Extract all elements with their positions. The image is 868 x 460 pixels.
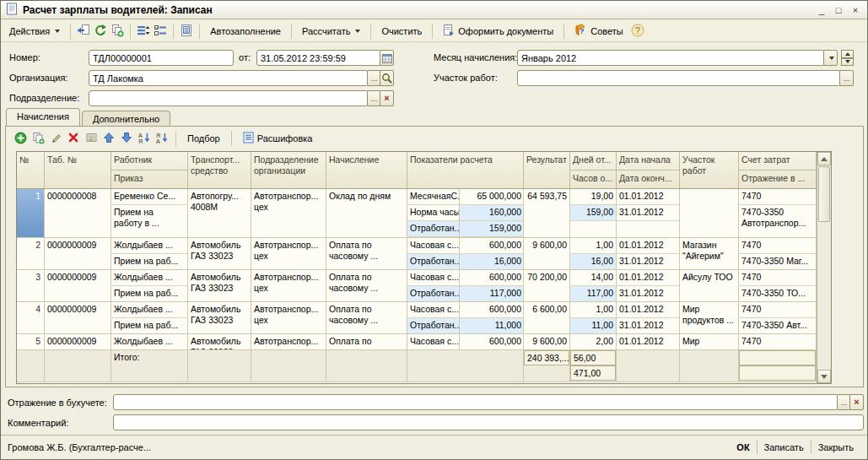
cell-worksite[interactable] bbox=[680, 189, 739, 237]
number-input[interactable] bbox=[89, 50, 234, 66]
col-header-num[interactable]: № bbox=[17, 152, 45, 188]
tips-button[interactable]: ? Советы bbox=[569, 21, 628, 41]
table-row[interactable]: 10000000008Еременко Се...Прием на работу… bbox=[17, 189, 831, 238]
add-row-button[interactable] bbox=[13, 131, 28, 146]
cell-days-hours[interactable]: 2,00 bbox=[570, 334, 617, 349]
department-input[interactable] bbox=[89, 90, 369, 106]
cell-worker[interactable]: Жолдыбаев ...Прием на раб... bbox=[111, 302, 188, 333]
cell-dates[interactable]: 01.01.2012 bbox=[617, 334, 680, 349]
cell-result[interactable]: 9 600,00 bbox=[524, 334, 570, 349]
col-header-accrual[interactable]: Начисление bbox=[326, 152, 407, 188]
calendar-button[interactable] bbox=[380, 50, 394, 66]
cell-dates[interactable]: 01.01.201231.01.2012 bbox=[617, 238, 680, 269]
refresh-button[interactable] bbox=[93, 24, 108, 39]
cell-dates[interactable]: 01.01.201231.01.2012 bbox=[617, 189, 680, 237]
cell-tab-number[interactable]: 0000000009 bbox=[45, 238, 111, 269]
month-dropdown-button[interactable] bbox=[823, 50, 838, 66]
detail-button[interactable]: Расшифовка bbox=[238, 129, 318, 148]
col-header-date-end[interactable]: Дата оконч... bbox=[617, 170, 679, 188]
col-header-hours[interactable]: Часов о... bbox=[570, 170, 616, 188]
cell-accrual[interactable]: Оплата по часовому ... bbox=[326, 238, 407, 269]
row-number-cell[interactable]: 4 bbox=[17, 302, 45, 333]
spin-up-button[interactable] bbox=[841, 50, 854, 58]
maximize-button[interactable]: □ bbox=[832, 3, 845, 16]
col-header-date-start[interactable]: Дата начала bbox=[617, 152, 679, 170]
col-header-reflection[interactable]: Отражение в ... bbox=[739, 170, 816, 188]
autofill-button[interactable]: Автозаполнение bbox=[205, 24, 286, 39]
row-number-cell[interactable]: 2 bbox=[17, 238, 45, 269]
cell-dates[interactable]: 01.01.201231.01.2012 bbox=[617, 270, 680, 301]
delete-row-button[interactable] bbox=[66, 131, 81, 146]
comment-input[interactable] bbox=[113, 414, 864, 430]
copy-new-button[interactable] bbox=[110, 24, 125, 39]
col-header-order[interactable]: Приказ bbox=[111, 170, 187, 188]
col-header-worker-order[interactable]: Работник Приказ bbox=[111, 152, 188, 188]
cell-vehicle[interactable]: Автомобиль ГАЗ 33023 bbox=[188, 302, 251, 333]
col-header-result[interactable]: Результат bbox=[524, 152, 570, 188]
col-header-dates[interactable]: Дата начала Дата оконч... bbox=[617, 152, 680, 188]
spin-down-button[interactable] bbox=[841, 58, 854, 67]
month-input[interactable] bbox=[517, 50, 825, 66]
cell-indicators[interactable]: МесячнаяС...65 000,000Норма часы160,000О… bbox=[407, 189, 524, 237]
reread-button[interactable] bbox=[76, 24, 91, 39]
make-documents-button[interactable]: Оформить документы bbox=[438, 21, 558, 41]
cell-worker[interactable]: Жолдыбаев ...Прием на раб... bbox=[111, 270, 188, 301]
cell-indicators[interactable]: Часовая с...600,000Отработан...16,000 bbox=[407, 238, 524, 269]
copy-row-button[interactable] bbox=[30, 131, 46, 146]
actions-button[interactable]: Действия bbox=[4, 24, 65, 39]
cell-department[interactable]: Автотранспор... цех bbox=[251, 270, 326, 301]
scrollbar-thumb[interactable] bbox=[818, 166, 830, 222]
table-row[interactable]: 50000000009Жолдыбаев ...Автомобиль ГАЗ 3… bbox=[17, 334, 831, 350]
cell-account[interactable]: 7470 bbox=[739, 334, 817, 349]
table-row[interactable]: 40000000009Жолдыбаев ...Прием на раб...А… bbox=[17, 302, 831, 334]
cell-account[interactable]: 74707470-3350 Маг... bbox=[739, 238, 817, 269]
calculate-button[interactable]: Рассчитать bbox=[297, 24, 365, 39]
month-spinner[interactable] bbox=[841, 50, 854, 66]
cell-worksite[interactable]: Мир продуктов ... bbox=[680, 302, 739, 333]
tab-accruals[interactable]: Начисления bbox=[6, 108, 80, 126]
list-settings-button[interactable] bbox=[136, 24, 151, 39]
close-form-button[interactable]: Закрыть bbox=[811, 441, 860, 454]
scroll-up-button[interactable] bbox=[817, 152, 831, 165]
row-number-cell[interactable]: 1 bbox=[17, 189, 45, 237]
cell-department[interactable]: Автотранспор... bbox=[251, 334, 326, 349]
close-button[interactable]: × bbox=[849, 3, 862, 16]
sort-desc-button[interactable]: ЯА bbox=[154, 131, 170, 146]
col-header-account[interactable]: Счет затрат Отражение в ... bbox=[739, 152, 817, 188]
cell-worker[interactable]: Еременко Се...Прием на работу в ... bbox=[111, 189, 188, 237]
structure-button[interactable] bbox=[179, 24, 194, 39]
pick-button[interactable]: Подбор bbox=[182, 131, 225, 146]
cell-days-hours[interactable]: 14,00117,00 bbox=[570, 270, 617, 301]
cell-account[interactable]: 74707470-3350 Авт... bbox=[739, 302, 817, 333]
cell-tab-number[interactable]: 0000000009 bbox=[45, 302, 111, 333]
col-header-tab-number[interactable]: Таб. № bbox=[45, 152, 111, 188]
cell-worksite[interactable]: Мир bbox=[680, 334, 739, 349]
accounting-input[interactable] bbox=[113, 394, 838, 410]
cell-result[interactable]: 70 200,00 bbox=[524, 270, 570, 301]
date-input[interactable] bbox=[256, 50, 381, 66]
list-checkbox-button[interactable] bbox=[153, 24, 168, 39]
cell-dates[interactable]: 01.01.201231.01.2012 bbox=[617, 302, 680, 333]
col-header-indicators[interactable]: Показатели расчета bbox=[407, 152, 524, 188]
cell-worker[interactable]: Жолдыбаев ...Прием на раб... bbox=[111, 238, 188, 269]
cell-tab-number[interactable]: 0000000009 bbox=[45, 334, 111, 349]
col-header-worksite[interactable]: Участок работ bbox=[680, 152, 739, 188]
organization-input[interactable] bbox=[89, 70, 369, 86]
organization-open-button[interactable] bbox=[380, 70, 394, 86]
minimize-button[interactable]: _ bbox=[815, 3, 828, 16]
help-button[interactable]: ? bbox=[630, 24, 645, 39]
cell-accrual[interactable]: Оплата по bbox=[326, 334, 407, 349]
scroll-down-button[interactable] bbox=[817, 370, 831, 383]
cell-department[interactable]: Автотранспор... цех bbox=[251, 189, 326, 237]
cell-accrual[interactable]: Оклад по дням bbox=[326, 189, 407, 237]
edit-row-button[interactable] bbox=[48, 131, 63, 146]
cell-vehicle[interactable]: Автомобиль ГАЗ 33023 bbox=[188, 334, 251, 349]
cell-vehicle[interactable]: Автопогру... 4008М bbox=[188, 189, 251, 237]
accounting-clear-button[interactable]: × bbox=[849, 394, 864, 410]
worksite-select-button[interactable]: ... bbox=[839, 70, 854, 86]
cell-indicators[interactable]: Часовая с...600,000Отработан...11,000 bbox=[407, 302, 524, 333]
cell-vehicle[interactable]: Автомобиль ГАЗ 33023 bbox=[188, 270, 251, 301]
cell-days-hours[interactable]: 19,00159,00 bbox=[570, 189, 617, 237]
cell-worksite[interactable]: Магазин "Айгерим" bbox=[680, 238, 739, 269]
row-number-cell[interactable]: 3 bbox=[17, 270, 45, 301]
